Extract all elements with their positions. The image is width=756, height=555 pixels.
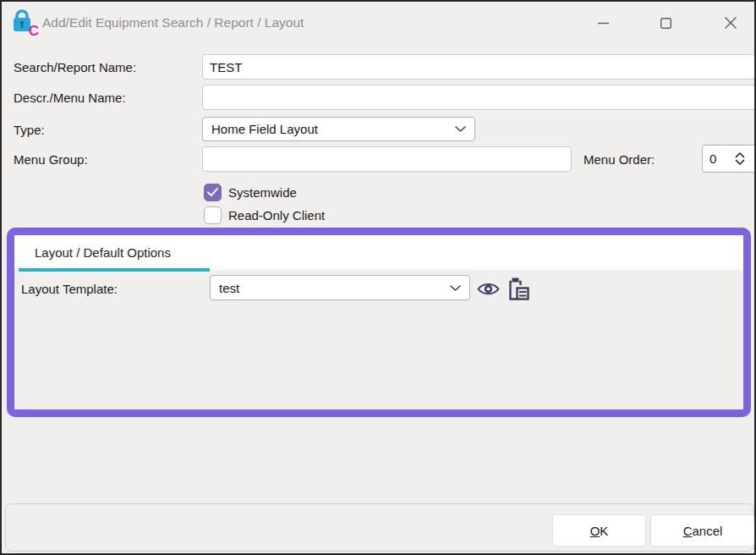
close-button[interactable]	[711, 3, 750, 42]
type-dropdown-value: Home Field Layout	[211, 122, 455, 136]
descr-menu-name-input[interactable]	[202, 85, 756, 110]
app-icon-c-letter: C	[29, 24, 39, 38]
menu-order-value: 0	[709, 151, 735, 166]
maximize-button[interactable]	[646, 3, 685, 42]
tab-label: Layout / Default Options	[35, 245, 171, 260]
chevron-down-icon	[450, 285, 461, 291]
read-only-client-label: Read-Only Client	[228, 206, 325, 224]
close-icon	[725, 17, 737, 29]
eye-icon	[477, 281, 500, 297]
window-title: Add/Edit Equipment Search / Report / Lay…	[42, 2, 304, 44]
tab-strip: Layout / Default Options	[14, 235, 743, 270]
type-label: Type:	[14, 117, 45, 142]
systemwide-checkbox[interactable]	[204, 184, 222, 201]
paste-layout-button[interactable]	[505, 275, 532, 302]
active-tab-underline	[19, 268, 210, 272]
layout-template-dropdown[interactable]: test	[210, 275, 470, 300]
preview-button[interactable]	[474, 275, 501, 302]
footer-bar: OK Cancel	[5, 503, 754, 552]
ok-button-label: OK	[590, 524, 609, 538]
menu-group-input[interactable]	[202, 146, 572, 172]
ok-button[interactable]: OK	[552, 514, 646, 547]
read-only-client-checkbox[interactable]	[204, 206, 222, 224]
cancel-button[interactable]: Cancel	[650, 514, 755, 547]
tab-layout-default-options[interactable]: Layout / Default Options	[26, 235, 179, 270]
search-report-name-input[interactable]	[202, 54, 756, 80]
descr-menu-name-label: Descr./Menu Name:	[14, 85, 126, 110]
clipboard-paste-icon	[508, 277, 529, 301]
minimize-button[interactable]	[583, 3, 622, 42]
title-bar: C Add/Edit Equipment Search / Report / L…	[2, 2, 754, 44]
menu-order-label: Menu Order:	[583, 146, 655, 172]
layout-template-value: test	[219, 281, 450, 295]
dialog-window: { "window": { "title": "Add/Edit Equipme…	[0, 0, 756, 555]
chevron-down-icon[interactable]	[735, 159, 745, 165]
chevron-down-icon	[455, 126, 466, 132]
cancel-button-label: Cancel	[683, 524, 723, 538]
layout-options-highlight-panel: Layout / Default Options Layout Template…	[7, 228, 751, 417]
menu-group-label: Menu Group:	[14, 146, 88, 172]
type-dropdown[interactable]: Home Field Layout	[202, 117, 475, 141]
stepper-arrows[interactable]	[735, 152, 745, 165]
search-report-name-label: Search/Report Name:	[14, 54, 136, 80]
chevron-up-icon[interactable]	[735, 152, 745, 158]
systemwide-label: Systemwide	[228, 184, 297, 201]
layout-template-label: Layout Template:	[21, 276, 118, 301]
checkmark-icon	[207, 188, 218, 197]
menu-order-stepper[interactable]: 0	[702, 145, 756, 173]
maximize-icon	[660, 18, 671, 29]
minimize-icon	[598, 18, 609, 29]
app-lock-icon: C	[12, 9, 37, 36]
